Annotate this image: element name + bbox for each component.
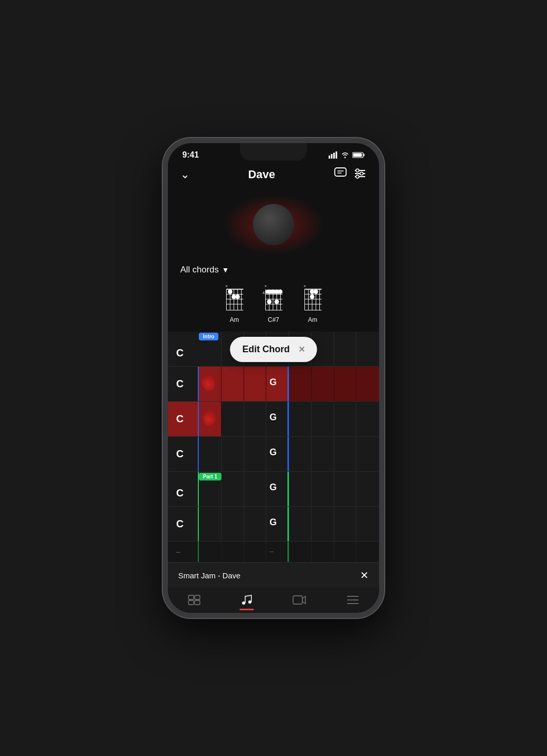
svg-point-13 [356,169,359,172]
cell [199,437,221,471]
cell [356,402,379,436]
svg-point-63 [248,600,251,604]
chat-icon [334,167,347,180]
chord-label-c3: C [168,402,199,436]
svg-rect-59 [195,595,200,599]
page-title: Dave [248,168,276,181]
chat-button[interactable] [334,167,347,182]
cell [289,402,312,436]
edit-chord-close-button[interactable]: ✕ [298,345,305,354]
cell-dark-red [334,367,357,401]
chord-g-label: G [266,507,288,528]
svg-point-15 [356,175,359,178]
cell [199,542,221,562]
cell-red [244,367,267,401]
status-time: 9:41 [182,150,199,160]
chord-cells-7: – [199,542,379,562]
chord-diagrams-area: × [168,281,379,332]
chord-diagram-am2[interactable]: × [299,283,326,323]
cell [312,472,334,506]
drop-blob2 [202,410,218,427]
cell [334,507,357,541]
cell [289,472,312,506]
chord-name-am2: Am [308,316,317,323]
chord-g-label: G [266,437,288,458]
cell [244,437,267,471]
svg-point-29 [235,295,240,299]
player-close-button[interactable]: ✕ [360,569,369,581]
back-button[interactable]: ⌄ [180,168,190,181]
phone-frame: 9:41 [163,138,384,618]
chord-filter[interactable]: All chords ▼ [168,261,379,281]
svg-rect-64 [293,596,302,604]
cell [356,542,379,562]
chord-row-2: C G [168,367,379,402]
chord-row-part1: Part 1 C G [168,472,379,507]
bottom-player: Smart Jam - Dave ✕ [168,562,379,588]
svg-rect-0 [329,156,330,159]
cell [334,472,357,506]
tab-bar [168,588,379,613]
svg-rect-60 [189,600,194,605]
menu-icon [346,595,360,605]
svg-point-62 [242,602,245,605]
status-icons [329,151,365,159]
cell-green-divider: G [266,507,289,541]
cell-green-divider: G [266,472,289,506]
chord-label-c6: C [168,507,199,541]
cell [312,402,334,436]
cell [289,507,312,541]
tab-video[interactable] [284,592,315,608]
svg-rect-6 [353,153,362,157]
cell [334,402,357,436]
vertical-divider [287,367,288,401]
svg-rect-32 [266,290,283,294]
chord-filter-label: All chords [180,265,219,275]
cell [356,332,379,366]
grid-icon [187,594,201,606]
drop-blob [200,373,217,393]
cell [221,542,244,562]
album-circle-inner [253,204,294,245]
signal-icon [329,151,338,159]
video-icon [292,594,306,606]
tab-music[interactable] [232,592,261,608]
vertical-divider [287,437,288,471]
settings-button[interactable] [353,167,367,182]
chord-name-c7: C#7 [268,316,279,323]
cell [312,437,334,471]
tab-grid[interactable] [179,592,209,608]
cell [221,472,244,506]
edit-chord-label: Edit Chord [243,344,290,355]
chord-diagram-am1[interactable]: × [221,283,248,323]
svg-rect-5 [364,154,365,157]
cell [221,507,244,541]
chord-cells-2: G [199,367,379,401]
chord-diagram-c7[interactable]: × 4 [260,283,287,323]
cell-red-blob [199,402,221,436]
cell [334,542,357,562]
chord-cells-4: G [199,437,379,471]
battery-icon [352,152,365,158]
svg-rect-1 [331,154,333,159]
chord-row-intro: Intro C Edit C [168,332,379,367]
chord-label-c5: Part 1 C [168,472,199,506]
svg-text:×: × [226,284,228,288]
chord-row-4: C G [168,437,379,472]
cell [334,332,357,366]
tab-menu[interactable] [338,593,368,607]
svg-point-56 [314,289,318,294]
settings-icon [353,167,367,180]
cell [356,472,379,506]
cell [244,542,267,562]
chord-g-label: G [266,402,288,423]
chord-row-6: C G [168,507,379,542]
cell-red [221,367,244,401]
cell [356,507,379,541]
chord-label-c-intro: Intro C [168,332,199,366]
chord-diagram-svg-am2: × [299,283,326,314]
section-tag-part1: Part 1 [199,473,221,480]
svg-text:×: × [304,284,306,288]
green-divider [287,472,288,506]
cell [289,437,312,471]
